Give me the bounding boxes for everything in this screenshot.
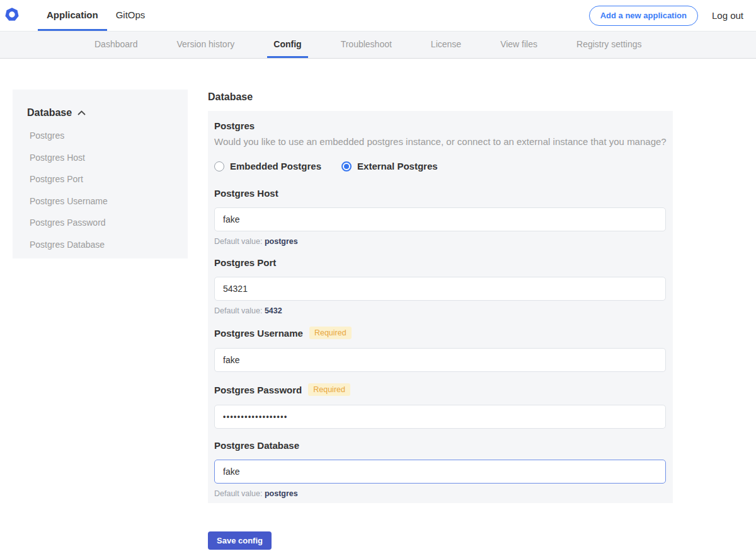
subnav-tabs: Dashboard Version history Config Trouble…: [88, 32, 648, 58]
postgres-radio-group: Postgres Would you like to use an embedd…: [214, 120, 667, 171]
postgres-radio-row: Embedded Postgres External Postgres: [214, 161, 667, 171]
postgres-group-label: Postgres: [214, 120, 667, 131]
config-page: Database Postgres Postgres Host Postgres…: [0, 59, 756, 551]
radio-external-postgres-label: External Postgres: [357, 161, 438, 171]
sidebar-item-list: Postgres Postgres Host Postgres Port Pos…: [27, 131, 178, 249]
default-prefix-label: Default value:: [214, 489, 262, 498]
postgres-password-input[interactable]: [214, 405, 666, 429]
sidebar-group-database-label: Database: [27, 107, 72, 119]
subnav-tab-view-files-label: View files: [500, 39, 537, 49]
subnav-tab-troubleshoot-label: Troubleshoot: [341, 39, 392, 49]
sidebar-item-postgres-password[interactable]: Postgres Password: [27, 218, 178, 228]
sidebar-group-database[interactable]: Database: [27, 107, 178, 119]
postgres-port-label: Postgres Port: [214, 257, 276, 268]
postgres-username-input[interactable]: [214, 348, 666, 372]
section-title: Database: [208, 91, 673, 103]
subnav-tab-config-label: Config: [273, 39, 301, 49]
chevron-up-icon: [77, 110, 86, 115]
topnav-tabs: Application GitOps: [38, 0, 154, 31]
postgres-database-default: Default value: postgres: [214, 489, 667, 498]
config-field-postgres-database: Postgres Database Default value: postgre…: [214, 440, 667, 498]
sidebar-item-postgres-port[interactable]: Postgres Port: [27, 175, 178, 184]
config-field-postgres-password: Postgres Password Required: [214, 383, 667, 429]
postgres-host-input[interactable]: [214, 207, 666, 231]
postgres-port-default: Default value: 5432: [214, 306, 667, 315]
radio-embedded-postgres-label: Embedded Postgres: [230, 161, 321, 171]
required-badge: Required: [308, 383, 350, 396]
save-config-button[interactable]: Save config: [208, 531, 272, 550]
add-application-button[interactable]: Add a new application: [589, 6, 698, 26]
default-value-text: 5432: [265, 306, 282, 315]
logout-link[interactable]: Log out: [712, 10, 743, 21]
postgres-port-input[interactable]: [214, 277, 666, 301]
sidebar-item-postgres[interactable]: Postgres: [27, 131, 178, 141]
default-prefix-label: Default value:: [214, 306, 262, 315]
subnav-tab-license[interactable]: License: [425, 32, 467, 58]
radio-external-postgres[interactable]: External Postgres: [341, 161, 438, 171]
save-row: Save config: [208, 531, 673, 551]
radio-selected-icon[interactable]: [341, 161, 352, 171]
config-field-postgres-port: Postgres Port Default value: 5432: [214, 257, 667, 315]
tab-gitops-label: GitOps: [116, 9, 146, 20]
postgres-database-input[interactable]: [214, 460, 666, 484]
postgres-password-label: Postgres Password: [214, 385, 302, 395]
tab-application-label: Application: [47, 9, 98, 20]
app-subnav: Dashboard Version history Config Trouble…: [0, 32, 756, 59]
postgres-group-help: Would you like to use an embedded postgr…: [214, 136, 667, 147]
config-field-postgres-host: Postgres Host Default value: postgres: [214, 188, 667, 246]
subnav-tab-dashboard-label: Dashboard: [94, 39, 138, 49]
app-logo[interactable]: [5, 0, 38, 31]
postgres-database-label: Postgres Database: [214, 440, 299, 451]
tab-gitops[interactable]: GitOps: [107, 0, 154, 31]
postgres-host-default: Default value: postgres: [214, 237, 667, 246]
sidebar-item-postgres-username[interactable]: Postgres Username: [27, 197, 178, 206]
subnav-tab-registry-settings[interactable]: Registry settings: [570, 32, 648, 58]
database-config-card: Postgres Would you like to use an embedd…: [208, 111, 673, 503]
postgres-host-label: Postgres Host: [214, 188, 278, 199]
tab-application[interactable]: Application: [38, 0, 107, 31]
subnav-tab-view-files[interactable]: View files: [494, 32, 544, 58]
replicated-logo-icon: [5, 8, 19, 24]
required-badge: Required: [309, 327, 352, 339]
radio-embedded-postgres[interactable]: Embedded Postgres: [214, 161, 321, 171]
config-sidebar: Database Postgres Postgres Host Postgres…: [13, 90, 188, 258]
sidebar-item-postgres-host[interactable]: Postgres Host: [27, 153, 178, 163]
config-field-postgres-username: Postgres Username Required: [214, 327, 667, 372]
config-main: Database Postgres Would you like to use …: [208, 59, 673, 551]
default-value-text: postgres: [265, 237, 298, 246]
postgres-username-label: Postgres Username: [214, 328, 303, 339]
default-prefix-label: Default value:: [214, 237, 262, 246]
subnav-tab-registry-settings-label: Registry settings: [576, 39, 641, 49]
radio-unselected-icon[interactable]: [214, 161, 224, 171]
sidebar-item-postgres-database[interactable]: Postgres Database: [27, 240, 178, 250]
subnav-tab-config[interactable]: Config: [267, 32, 307, 58]
subnav-tab-dashboard[interactable]: Dashboard: [88, 32, 144, 58]
subnav-tab-license-label: License: [431, 39, 461, 49]
topnav-right: Add a new application Log out: [589, 0, 743, 31]
subnav-tab-version-history-label: Version history: [177, 39, 235, 49]
top-nav: Application GitOps Add a new application…: [0, 0, 756, 32]
subnav-tab-version-history[interactable]: Version history: [171, 32, 241, 58]
subnav-tab-troubleshoot[interactable]: Troubleshoot: [335, 32, 398, 58]
default-value-text: postgres: [265, 489, 298, 498]
